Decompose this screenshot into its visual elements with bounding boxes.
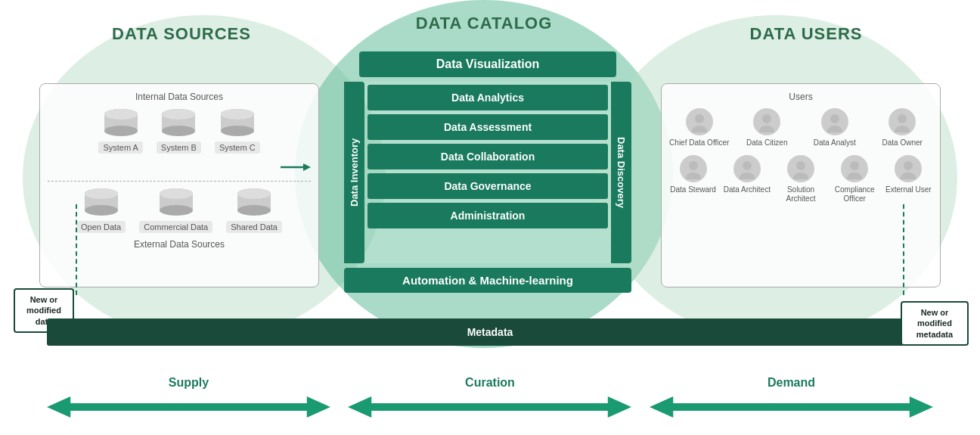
users-row2: Data Steward Data Architect xyxy=(669,155,932,204)
svg-point-39 xyxy=(793,172,808,179)
user-label-steward: Data Steward xyxy=(670,185,716,194)
shared-data-label: Shared Data xyxy=(226,221,282,233)
divider xyxy=(48,181,311,182)
shared-data-icon xyxy=(234,188,274,218)
user-external-user: External User xyxy=(885,155,932,204)
avatar-icon-data-architect xyxy=(737,158,758,179)
arrow-right xyxy=(48,160,311,175)
user-solution-architect: Solution Architect xyxy=(777,155,824,204)
avatar-icon-external xyxy=(898,158,919,179)
data-sources-box: Internal Data Sources System A Sys xyxy=(39,83,319,287)
avatar-icon-cdo xyxy=(689,111,710,132)
svg-point-32 xyxy=(898,114,907,123)
user-avatar-data-architect xyxy=(733,155,761,182)
commercial-data-item: Commercial Data xyxy=(139,188,212,233)
svg-point-28 xyxy=(762,114,771,123)
demand-label: Demand xyxy=(768,376,815,390)
catalog-item-administration: Administration xyxy=(368,203,608,228)
svg-point-26 xyxy=(695,114,704,123)
user-label-data-architect: Data Architect xyxy=(724,185,771,194)
svg-point-25 xyxy=(237,188,271,199)
curation-block: Curation xyxy=(348,376,631,421)
user-label-cdo: Chief Data Officer xyxy=(669,138,729,148)
avatar-icon-compliance xyxy=(844,158,865,179)
svg-point-34 xyxy=(689,161,698,170)
user-label-compliance: Compliance Officer xyxy=(831,185,879,204)
catalog-bottom-bar: Automation & Machine-learning xyxy=(344,268,631,293)
catalog-item-collaboration: Data Collaboration xyxy=(368,144,608,169)
svg-point-37 xyxy=(740,172,755,179)
systems-row: System A System B System C xyxy=(48,108,311,154)
right-arrow-icon xyxy=(281,160,311,175)
svg-point-30 xyxy=(830,114,839,123)
dashed-line-left xyxy=(76,204,77,295)
catalog-items: Data Analytics Data Assessment Data Coll… xyxy=(364,82,611,263)
system-a-icon xyxy=(101,108,141,138)
catalog-item-analytics: Data Analytics xyxy=(368,85,608,110)
user-avatar-owner xyxy=(889,108,916,135)
svg-marker-13 xyxy=(303,163,311,171)
metadata-section: Metadata xyxy=(47,318,933,346)
dashed-line-right xyxy=(903,204,904,295)
svg-marker-44 xyxy=(47,396,330,418)
svg-point-16 xyxy=(85,205,118,216)
svg-point-17 xyxy=(85,188,118,199)
svg-point-6 xyxy=(162,126,195,136)
commercial-data-label: Commercial Data xyxy=(139,221,212,233)
system-c-label: System C xyxy=(215,141,260,154)
avatar-icon-citizen xyxy=(756,111,777,132)
system-a-label: System A xyxy=(98,141,142,154)
user-data-steward: Data Steward xyxy=(669,155,717,204)
system-item-c: System C xyxy=(215,108,260,154)
svg-point-40 xyxy=(850,161,859,170)
svg-point-31 xyxy=(827,126,842,132)
catalog-item-assessment: Data Assessment xyxy=(368,114,608,140)
user-avatar-external xyxy=(895,155,922,182)
svg-point-35 xyxy=(686,172,701,179)
svg-point-38 xyxy=(796,161,805,170)
svg-point-11 xyxy=(221,109,254,120)
system-b-label: System B xyxy=(157,141,201,154)
svg-point-21 xyxy=(160,188,193,199)
user-compliance-officer: Compliance Officer xyxy=(831,155,879,204)
svg-point-36 xyxy=(743,161,752,170)
title-data-users: DATA USERS xyxy=(670,24,942,44)
user-label-owner: Data Owner xyxy=(882,138,923,148)
internal-label: Internal Data Sources xyxy=(48,92,311,102)
user-label-analyst: Data Analyst xyxy=(814,138,856,148)
avatar-icon-steward xyxy=(683,158,704,179)
demand-block: Demand xyxy=(650,376,933,421)
user-data-architect: Data Architect xyxy=(723,155,771,204)
avatar-icon-analyst xyxy=(824,111,845,132)
svg-point-29 xyxy=(759,126,774,132)
user-label-solution-architect: Solution Architect xyxy=(777,185,824,204)
svg-point-7 xyxy=(162,109,195,120)
supply-block: Supply xyxy=(47,376,330,421)
catalog-panel: Data Visualization Data Inventory Data A… xyxy=(329,51,647,293)
user-label-citizen: Data Citizen xyxy=(746,138,787,148)
svg-point-10 xyxy=(221,126,254,136)
commercial-data-icon xyxy=(157,188,196,218)
system-c-icon xyxy=(218,108,257,138)
open-data-icon xyxy=(82,188,121,218)
user-avatar-solution-architect xyxy=(787,155,814,182)
avatar-icon-solution-architect xyxy=(790,158,811,179)
catalog-top-bar: Data Visualization xyxy=(359,51,616,77)
svg-point-42 xyxy=(904,161,913,170)
users-title: Users xyxy=(669,92,932,102)
title-data-sources: DATA SOURCES xyxy=(45,24,318,44)
modified-metadata-box: New or modified metadata xyxy=(901,301,969,346)
users-row1: Chief Data Officer Data Citizen xyxy=(669,108,932,148)
svg-marker-45 xyxy=(348,396,631,418)
supply-label: Supply xyxy=(169,376,209,390)
catalog-middle: Data Inventory Data Analytics Data Asses… xyxy=(344,82,631,263)
catalog-item-governance: Data Governance xyxy=(368,173,608,199)
open-data-label: Open Data xyxy=(76,221,126,233)
avatar-icon-owner xyxy=(892,111,913,132)
svg-point-33 xyxy=(895,126,910,132)
user-avatar-compliance xyxy=(841,155,868,182)
open-data-item: Open Data xyxy=(76,188,126,233)
user-avatar-steward xyxy=(680,155,707,182)
system-item-b: System B xyxy=(157,108,201,154)
user-data-citizen: Data Citizen xyxy=(737,108,798,148)
